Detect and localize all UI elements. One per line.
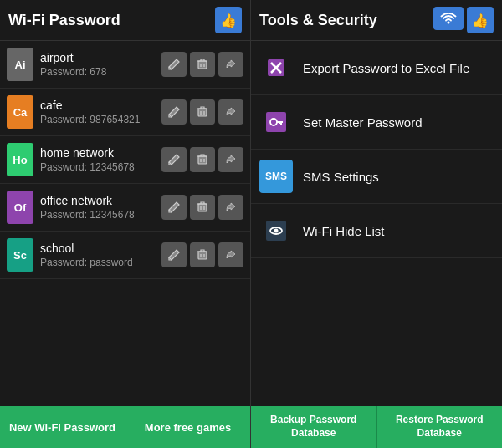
delete-button[interactable] (190, 99, 215, 125)
wifi-name: home network (40, 146, 161, 160)
wifi-name: airport (40, 51, 161, 64)
wifi-badge: Ho (7, 143, 33, 176)
wifi-info: airport Password: 678 (40, 51, 161, 78)
wifi-actions (161, 242, 243, 267)
wifi-list: Ai airport Password: 678 (0, 41, 250, 406)
wifi-name: cafe (40, 99, 161, 112)
wifi-name: office network (40, 194, 161, 207)
tool-icon (259, 51, 293, 84)
new-wifi-button[interactable]: New Wi-Fi Password (0, 406, 125, 448)
wifi-item[interactable]: Ho home network Password: 12345678 (0, 136, 250, 184)
wifi-actions (161, 195, 243, 220)
share-button[interactable] (218, 99, 243, 125)
left-footer: New Wi-Fi Password More free games (0, 406, 250, 448)
wifi-actions (161, 52, 243, 77)
edit-button[interactable] (161, 242, 187, 267)
right-header: Tools & Security 👍 (251, 0, 502, 41)
svg-rect-4 (198, 252, 207, 259)
wifi-password: Password: 678 (40, 66, 161, 78)
wifi-actions (161, 147, 243, 172)
tool-label: Export Password to Excel File (303, 61, 469, 75)
svg-rect-0 (198, 61, 207, 69)
svg-rect-3 (198, 204, 207, 211)
left-title: Wi-Fi Password (8, 12, 120, 29)
edit-button[interactable] (161, 195, 187, 220)
tool-label: Wi-Fi Hide List (303, 224, 385, 238)
edit-button[interactable] (161, 99, 187, 125)
right-title: Tools & Security (259, 12, 377, 29)
tool-icon (259, 105, 293, 139)
delete-button[interactable] (190, 195, 215, 220)
share-button[interactable] (218, 195, 243, 220)
delete-button[interactable] (190, 147, 215, 172)
wifi-password: Password: 987654321 (40, 114, 161, 125)
wifi-status-icon (433, 7, 464, 30)
right-thumb-icon[interactable]: 👍 (467, 7, 494, 33)
wifi-actions (161, 99, 243, 125)
tool-label: Set Master Password (303, 115, 423, 130)
wifi-badge: Sc (7, 238, 33, 272)
wifi-password: Password: password (40, 257, 161, 268)
left-thumb-icon[interactable]: 👍 (215, 7, 242, 33)
wifi-item[interactable]: Ai airport Password: 678 (0, 41, 250, 89)
more-games-button[interactable]: More free games (125, 406, 250, 448)
wifi-info: school Password: password (40, 242, 161, 268)
wifi-item[interactable]: Of office network Password: 12345678 (0, 184, 250, 232)
delete-button[interactable] (190, 52, 215, 77)
backup-button[interactable]: Backup Password Database (251, 406, 376, 448)
tool-item[interactable]: Wi-Fi Hide List (251, 204, 502, 258)
wifi-badge: Ai (7, 48, 33, 81)
edit-button[interactable] (161, 52, 187, 77)
wifi-name: school (40, 242, 161, 255)
svg-point-16 (274, 229, 279, 233)
right-header-icons: 👍 (433, 7, 494, 33)
svg-point-5 (448, 22, 450, 24)
tool-item[interactable]: Set Master Password (251, 95, 502, 150)
share-button[interactable] (218, 147, 243, 172)
left-header: Wi-Fi Password 👍 (0, 0, 250, 41)
svg-rect-9 (266, 112, 286, 132)
wifi-password: Password: 12345678 (40, 161, 161, 173)
wifi-badge: Ca (7, 95, 33, 129)
left-panel: Wi-Fi Password 👍 Ai airport Password: 67… (0, 0, 251, 448)
restore-button[interactable]: Restore Password Database (376, 406, 503, 448)
svg-rect-1 (198, 109, 207, 116)
wifi-info: home network Password: 12345678 (40, 146, 161, 173)
wifi-info: office network Password: 12345678 (40, 194, 161, 221)
wifi-password: Password: 12345678 (40, 209, 161, 221)
right-footer: Backup Password Database Restore Passwor… (251, 406, 502, 448)
share-button[interactable] (218, 242, 243, 267)
right-panel: Tools & Security 👍 Export Password to Ex… (251, 0, 502, 448)
tool-icon (259, 214, 293, 247)
delete-button[interactable] (190, 242, 215, 267)
tool-label: SMS Settings (303, 170, 379, 184)
wifi-badge: Of (7, 191, 33, 224)
tool-item[interactable]: Export Password to Excel File (251, 41, 502, 95)
wifi-info: cafe Password: 987654321 (40, 99, 161, 125)
wifi-item[interactable]: Ca cafe Password: 987654321 (0, 89, 250, 136)
tools-list: Export Password to Excel File Set Master… (251, 41, 502, 406)
svg-rect-2 (198, 156, 207, 164)
tool-item[interactable]: SMS SMS Settings (251, 150, 502, 204)
wifi-item[interactable]: Sc school Password: password (0, 232, 250, 279)
edit-button[interactable] (161, 147, 187, 172)
share-button[interactable] (218, 52, 243, 77)
tool-icon: SMS (259, 160, 293, 193)
